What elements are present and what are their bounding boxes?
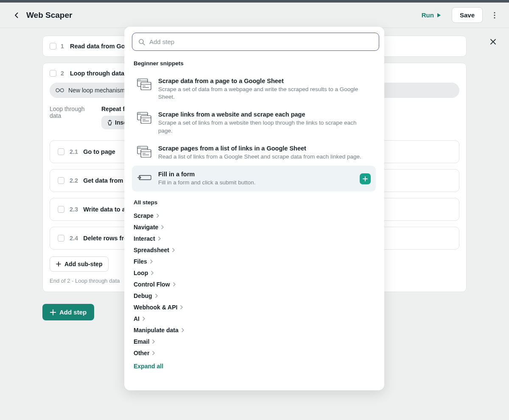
variable-icon: [107, 120, 112, 125]
svg-point-0: [494, 12, 495, 13]
category-item[interactable]: Manipulate data: [134, 326, 374, 334]
svg-rect-8: [141, 82, 151, 90]
chevron-right-icon: [142, 317, 145, 321]
category-item[interactable]: Interact: [134, 234, 374, 243]
sub-step-number: 2.3: [70, 206, 78, 213]
run-label: Run: [422, 11, 434, 19]
plus-icon: [50, 309, 56, 315]
category-item[interactable]: Email: [134, 337, 374, 346]
category-item[interactable]: Debug: [134, 292, 374, 300]
category-label: Navigate: [134, 224, 158, 231]
infinity-icon: [56, 88, 64, 93]
add-sub-step-button[interactable]: Add sub-step: [50, 256, 109, 272]
category-item[interactable]: Other: [134, 349, 374, 357]
add-step-label: Add step: [59, 309, 87, 316]
category-item[interactable]: AI: [134, 314, 374, 323]
plus-icon: [56, 261, 61, 267]
chevron-right-icon: [180, 305, 183, 309]
step-checkbox[interactable]: [50, 70, 56, 77]
step-number: 1: [61, 43, 66, 50]
snippet-item[interactable]: Scrape data from a page to a Google Shee…: [132, 72, 376, 106]
category-item[interactable]: Scrape: [134, 211, 374, 220]
category-label: Email: [134, 338, 149, 345]
category-label: Debug: [134, 292, 152, 299]
add-step-modal: Beginner snippets Scrape data from a pag…: [124, 27, 384, 390]
chevron-right-icon: [152, 351, 155, 355]
svg-point-1: [494, 14, 495, 16]
snippet-description: Read a list of links from a Google Sheet…: [158, 153, 371, 161]
back-button[interactable]: [10, 9, 22, 21]
chevron-right-icon: [155, 294, 158, 298]
category-label: Scrape: [134, 212, 154, 219]
category-label: Webhook & API: [134, 304, 177, 311]
all-steps-heading: All steps: [134, 199, 374, 206]
step-checkbox[interactable]: [58, 206, 64, 213]
category-item[interactable]: Files: [134, 257, 374, 266]
search-icon: [138, 39, 145, 45]
step-number: 2: [61, 70, 66, 77]
search-input[interactable]: [149, 38, 373, 45]
chevron-right-icon: [151, 271, 154, 275]
browser-sheet-icon: [137, 146, 151, 158]
chevron-right-icon: [152, 339, 155, 344]
browser-sheet-icon: [137, 112, 151, 124]
category-label: Spreadsheet: [134, 247, 169, 253]
loop-through-label: Loop through data: [50, 106, 88, 129]
chevron-right-icon: [156, 214, 159, 218]
step-checkbox[interactable]: [58, 235, 64, 242]
snippet-description: Scrape a set of data from a webpage and …: [158, 86, 371, 101]
sub-step-title: Go to page: [83, 148, 115, 155]
snippet-title: Scrape pages from a list of links in a G…: [158, 145, 371, 152]
chevron-right-icon: [161, 225, 164, 229]
more-menu-button[interactable]: [489, 9, 501, 21]
snippet-description: Scrape a set of links from a website the…: [158, 119, 371, 134]
add-snippet-button[interactable]: [360, 173, 371, 184]
chevron-right-icon: [173, 282, 176, 286]
category-list: ScrapeNavigateInteractSpreadsheetFilesLo…: [132, 211, 376, 370]
add-step-button[interactable]: Add step: [42, 304, 94, 320]
chevron-right-icon: [181, 328, 185, 332]
snippet-title: Scrape links from a website and scrape e…: [158, 111, 371, 118]
save-button[interactable]: Save: [452, 7, 483, 23]
form-icon: [137, 172, 151, 184]
snippet-description: Fill in a form and click a submit button…: [158, 179, 353, 186]
category-item[interactable]: Loop: [134, 269, 374, 277]
svg-point-14: [138, 113, 139, 114]
category-label: Files: [134, 258, 147, 265]
snippet-item-highlighted[interactable]: Fill in a form Fill in a form and click …: [132, 166, 376, 192]
page-title: Web Scaper: [26, 11, 72, 20]
browser-sheet-icon: [137, 78, 151, 90]
category-label: Manipulate data: [134, 327, 179, 334]
svg-point-7: [140, 80, 140, 81]
chevron-right-icon: [150, 259, 153, 264]
step-checkbox[interactable]: [58, 148, 64, 155]
add-sub-label: Add sub-step: [64, 261, 102, 267]
category-item[interactable]: Spreadsheet: [134, 246, 374, 254]
category-label: AI: [134, 315, 140, 322]
step-checkbox[interactable]: [50, 43, 56, 50]
svg-point-23: [140, 147, 140, 148]
snippet-title: Fill in a form: [158, 171, 353, 178]
snippet-item[interactable]: Scrape pages from a list of links in a G…: [132, 140, 376, 166]
snippet-item[interactable]: Scrape links from a website and scrape e…: [132, 106, 376, 139]
step-title: Loop through data: [70, 70, 124, 77]
header: Web Scaper Run Save: [0, 3, 509, 28]
category-label: Loop: [134, 270, 148, 276]
category-label: Control Flow: [134, 281, 170, 288]
svg-point-15: [140, 113, 140, 114]
category-item[interactable]: Navigate: [134, 223, 374, 231]
category-label: Interact: [134, 235, 155, 242]
beginner-snippets-heading: Beginner snippets: [134, 60, 374, 67]
step-checkbox[interactable]: [58, 177, 64, 184]
category-item[interactable]: Control Flow: [134, 280, 374, 289]
svg-rect-24: [141, 150, 151, 157]
chevron-right-icon: [172, 248, 175, 252]
category-item[interactable]: Webhook & API: [134, 303, 374, 312]
sub-step-number: 2.1: [70, 148, 78, 155]
search-field[interactable]: [132, 33, 379, 51]
svg-point-6: [138, 80, 139, 81]
expand-all-button[interactable]: Expand all: [134, 363, 374, 370]
close-modal-button[interactable]: [488, 36, 498, 47]
svg-rect-16: [141, 116, 151, 123]
run-button[interactable]: Run: [416, 8, 447, 22]
